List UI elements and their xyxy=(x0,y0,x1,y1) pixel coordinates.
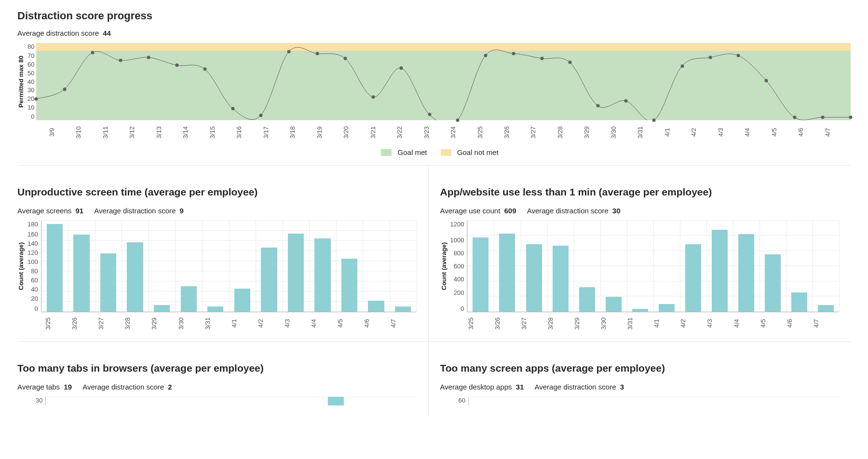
section-subtitle: Average tabs 19 Average distraction scor… xyxy=(17,383,417,391)
bar xyxy=(261,248,277,312)
bar xyxy=(73,235,89,312)
data-point xyxy=(624,99,628,103)
avg-score-label: Average distraction score xyxy=(527,207,609,215)
charts-row-1: Unproductive screen time (average per em… xyxy=(17,165,851,341)
section-subtitle: Average distraction score 44 xyxy=(17,29,851,37)
avg-score-value: 9 xyxy=(179,207,183,215)
section-subtitle: Average use count 609 Average distractio… xyxy=(440,207,840,215)
data-point xyxy=(231,107,235,111)
data-point xyxy=(568,61,571,64)
avg-score-value: 2 xyxy=(168,383,172,391)
y-axis-label: Permitted max 80 xyxy=(17,43,25,120)
avg-score-label: Average distraction score xyxy=(82,383,164,391)
unproductive-screen-time-section: Unproductive screen time (average per em… xyxy=(17,166,428,341)
bar xyxy=(314,238,330,312)
data-point xyxy=(428,113,431,116)
bar xyxy=(288,234,304,312)
avg-score-value: 44 xyxy=(103,29,111,37)
data-point xyxy=(596,104,599,108)
avg-desktop-apps-label: Average desktop apps xyxy=(440,383,512,391)
bar xyxy=(712,230,728,312)
partial-bar-plot xyxy=(468,397,839,405)
bar xyxy=(632,309,648,312)
data-point xyxy=(821,116,824,119)
legend-swatch-goal-not-met xyxy=(441,149,451,156)
chart-legend: Goal met Goal not met xyxy=(17,141,851,165)
data-point xyxy=(91,51,94,55)
bar-plot-area xyxy=(41,221,417,312)
y-axis-top-tick: 60 xyxy=(459,397,465,405)
avg-tabs-label: Average tabs xyxy=(17,383,60,391)
bar-chart: Count (average) 120010008006004002000 xyxy=(440,221,840,312)
distraction-score-section: Distraction score progress Average distr… xyxy=(17,0,851,165)
data-point xyxy=(400,67,403,70)
data-point xyxy=(63,88,66,91)
section-subtitle: Average desktop apps 31 Average distract… xyxy=(440,383,840,391)
bar xyxy=(47,224,63,312)
bar xyxy=(791,292,807,311)
avg-use-count-label: Average use count xyxy=(440,207,501,215)
x-axis-ticks: 3/93/103/113/123/133/143/153/163/173/183… xyxy=(48,123,851,141)
line-path xyxy=(36,43,851,120)
avg-score-value: 30 xyxy=(612,207,621,215)
section-title: App/website use less than 1 min (average… xyxy=(440,186,840,198)
bar xyxy=(234,289,250,312)
avg-score-label: Average distraction score xyxy=(17,29,99,37)
data-point xyxy=(35,97,38,101)
x-axis-ticks: 3/253/263/273/283/293/303/314/14/24/34/4… xyxy=(467,315,840,332)
avg-use-count-value: 609 xyxy=(504,207,516,215)
data-point xyxy=(147,56,150,59)
y-axis-ticks: 80706050403020100 xyxy=(27,43,34,120)
data-point xyxy=(708,56,712,59)
data-point xyxy=(512,52,515,56)
data-point xyxy=(287,50,291,54)
section-title: Unproductive screen time (average per em… xyxy=(17,186,417,198)
legend-label-goal-not-met: Goal not met xyxy=(457,148,499,156)
app-use-lt1min-section: App/website use less than 1 min (average… xyxy=(428,166,851,341)
bar xyxy=(473,237,488,312)
data-point xyxy=(175,64,178,67)
bar xyxy=(553,246,569,312)
avg-desktop-apps-value: 31 xyxy=(516,383,524,391)
y-axis-label: Count (average) xyxy=(440,221,448,312)
section-title: Distraction score progress xyxy=(17,10,851,22)
data-point xyxy=(119,59,122,62)
bar xyxy=(341,259,357,312)
x-axis-ticks: 3/253/263/273/283/293/303/314/14/24/34/4… xyxy=(44,315,417,332)
y-axis-top-tick: 30 xyxy=(36,397,42,405)
data-point xyxy=(315,52,319,56)
avg-screens-label: Average screens xyxy=(17,207,71,215)
avg-score-label: Average distraction score xyxy=(94,207,176,215)
line-plot-area xyxy=(36,43,851,120)
bar xyxy=(818,305,834,311)
bar xyxy=(100,253,116,312)
data-point xyxy=(372,96,375,99)
legend-swatch-goal-met xyxy=(381,149,392,156)
bar xyxy=(685,244,701,312)
partial-bar xyxy=(328,397,344,405)
bar xyxy=(659,304,675,312)
too-many-tabs-section: Too many tabs in browsers (average per e… xyxy=(17,342,428,415)
data-point xyxy=(456,119,459,122)
data-point xyxy=(737,54,740,57)
data-point xyxy=(849,116,853,119)
section-title: Too many tabs in browsers (average per e… xyxy=(17,362,417,374)
bar xyxy=(127,242,143,312)
bar xyxy=(154,305,170,312)
data-point xyxy=(680,65,684,68)
legend-label-goal-met: Goal met xyxy=(398,148,427,156)
section-title: Too many screen apps (average per employ… xyxy=(440,362,840,374)
charts-row-2: Too many tabs in browsers (average per e… xyxy=(17,341,851,415)
partial-bar-plot xyxy=(45,397,416,405)
bar xyxy=(579,287,595,312)
bar xyxy=(181,286,197,312)
section-subtitle: Average screens 91 Average distraction s… xyxy=(17,207,417,215)
bar xyxy=(207,306,223,312)
avg-score-label: Average distraction score xyxy=(535,383,616,391)
data-point xyxy=(484,54,488,57)
avg-screens-value: 91 xyxy=(75,207,83,215)
too-many-screen-apps-section: Too many screen apps (average per employ… xyxy=(428,342,851,415)
y-axis-label: Count (average) xyxy=(17,221,25,312)
avg-score-value: 3 xyxy=(620,383,624,391)
data-point xyxy=(203,68,206,71)
